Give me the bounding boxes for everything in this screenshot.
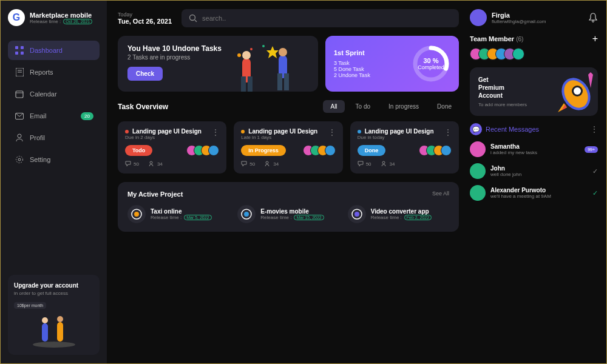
overview-tabs: All To do In progress Done — [323, 100, 459, 113]
tab-todo[interactable]: To do — [348, 100, 378, 113]
message-item[interactable]: Alexander Purwotowe'll have a meeting at… — [470, 185, 598, 201]
avatar — [512, 48, 524, 60]
messages-title: 💬 Recent Messages — [470, 123, 539, 135]
svg-rect-24 — [241, 76, 246, 92]
status-pill: Todo — [125, 145, 152, 156]
task-card[interactable]: Landing page UI Design Due in 2 days ⋮ T… — [118, 121, 226, 174]
svg-point-34 — [266, 161, 268, 164]
unread-badge: 99+ — [585, 146, 598, 153]
message-item[interactable]: Johnwell done john ✓ — [470, 163, 598, 179]
user-profile[interactable]: Firgia flutterwithgia@gmail.com — [470, 9, 598, 26]
message-item[interactable]: Samanthai added my new tasks 99+ — [470, 141, 598, 157]
svg-line-19 — [195, 20, 197, 22]
brand-title: Marketplace mobile — [30, 12, 92, 19]
svg-point-41 — [354, 212, 359, 217]
avatar — [470, 163, 486, 179]
search-bar[interactable] — [181, 9, 459, 27]
svg-point-37 — [134, 212, 139, 217]
rocket-icon — [546, 70, 598, 116]
project-item[interactable]: Taxi online Release time : Mar 5, 2022 — [127, 205, 229, 223]
more-icon[interactable]: ⋮ — [328, 128, 336, 136]
sprint-card: 1st Sprint 3 Task 5 Done Task 2 Undone T… — [325, 36, 459, 92]
sidebar: G Marketplace mobile Release time : Oct … — [1, 1, 107, 363]
nav-calendar[interactable]: Calendar — [8, 84, 100, 104]
upgrade-card[interactable]: Upgrade your account in order to get ful… — [8, 275, 100, 355]
premium-card[interactable]: GetPremiumAccount To add more members — [470, 67, 598, 116]
calendar-icon — [15, 90, 24, 98]
search-icon — [189, 14, 197, 22]
svg-rect-7 — [16, 91, 23, 98]
svg-point-10 — [18, 134, 21, 138]
team-avatars — [470, 48, 598, 60]
svg-point-35 — [382, 161, 385, 164]
nav-dashboard[interactable]: Dashboard — [8, 41, 100, 60]
celebration-illustration — [221, 37, 312, 92]
gear-icon — [15, 155, 24, 164]
svg-rect-2 — [15, 52, 18, 55]
brand-logo: G — [8, 9, 25, 26]
nav-profil[interactable]: Profil — [8, 128, 100, 147]
tab-inprogress[interactable]: In progress — [381, 100, 426, 113]
comment-count: 50 — [125, 161, 139, 167]
assignee-avatars — [186, 145, 219, 156]
project-icon — [127, 205, 146, 223]
check-icon: ✓ — [592, 189, 598, 197]
tab-done[interactable]: Done — [430, 100, 459, 113]
date-block: Today Tue, Oct 26, 2021 — [118, 12, 172, 25]
search-input[interactable] — [202, 15, 452, 22]
avatar — [470, 9, 487, 26]
svg-rect-29 — [284, 73, 289, 90]
upgrade-illustration — [14, 311, 93, 348]
task-card[interactable]: Landing page UI Design Late in 1 days ⋮ … — [234, 121, 342, 174]
see-all-link[interactable]: See All — [432, 190, 449, 198]
status-pill: In Progress — [241, 145, 286, 156]
main-content: Today Tue, Oct 26, 2021 You Have 10 Undo… — [107, 1, 470, 363]
svg-rect-1 — [21, 46, 24, 49]
more-icon[interactable]: ⋮ — [444, 128, 452, 136]
add-member-button[interactable]: + — [592, 33, 598, 44]
more-icon[interactable]: ⋮ — [212, 128, 219, 136]
nav-list: Dashboard Reports Calendar Email 20 — [8, 41, 100, 169]
bell-icon[interactable] — [588, 13, 598, 22]
nav-email[interactable]: Email 20 — [8, 106, 100, 126]
tab-all[interactable]: All — [323, 100, 344, 113]
svg-point-22 — [262, 45, 265, 47]
check-icon: ✓ — [592, 167, 598, 175]
svg-point-39 — [244, 212, 249, 217]
svg-point-26 — [242, 51, 251, 59]
svg-rect-28 — [277, 73, 282, 90]
svg-point-13 — [33, 342, 75, 348]
project-item[interactable]: E-movies mobile Release time : Mar 15, 2… — [237, 205, 339, 223]
messages-more-icon[interactable]: ⋮ — [591, 125, 598, 133]
comment-count: 50 — [358, 161, 371, 167]
svg-point-42 — [592, 21, 594, 22]
svg-point-46 — [574, 87, 581, 95]
svg-point-16 — [42, 317, 48, 323]
task-card[interactable]: Landing page UI Design Due in today ⋮ Do… — [350, 121, 459, 174]
tasks-hero-card: You Have 10 Undone Tasks 2 Tasks are in … — [118, 36, 318, 92]
avatar — [470, 185, 486, 201]
user-icon — [15, 133, 24, 142]
brand-block: G Marketplace mobile Release time : Oct … — [8, 9, 100, 26]
svg-point-30 — [279, 48, 287, 56]
svg-point-17 — [57, 316, 63, 322]
project-icon — [237, 205, 256, 223]
svg-point-33 — [150, 161, 152, 164]
nav-reports[interactable]: Reports — [8, 62, 100, 82]
project-item[interactable]: Video converter app Release time : Feb 2… — [348, 205, 449, 223]
right-column: Firgia flutterwithgia@gmail.com Team Mem… — [470, 1, 606, 363]
email-badge: 20 — [81, 112, 93, 120]
svg-rect-14 — [42, 323, 48, 342]
grid-icon — [15, 46, 24, 55]
document-icon — [15, 68, 24, 76]
check-button[interactable]: Check — [127, 67, 163, 81]
svg-point-18 — [190, 15, 195, 21]
svg-point-11 — [18, 158, 21, 161]
member-count: 34 — [149, 161, 163, 167]
member-count: 34 — [265, 161, 279, 167]
svg-rect-3 — [21, 52, 24, 55]
mail-icon — [15, 112, 24, 120]
assignee-avatars — [419, 145, 452, 156]
chat-icon: 💬 — [470, 123, 482, 135]
nav-setting[interactable]: Setting — [8, 150, 100, 169]
